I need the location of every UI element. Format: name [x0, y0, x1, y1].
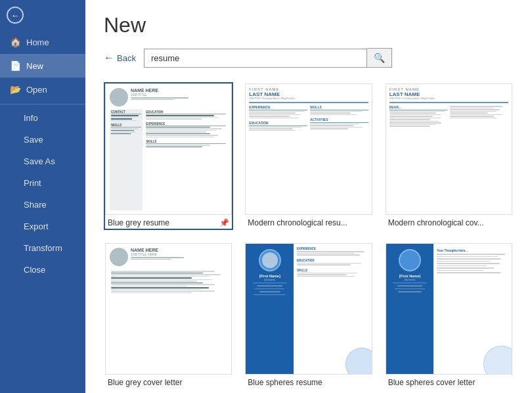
sidebar-share-label: Share [24, 200, 47, 210]
template-label-bsr: Blue spheres resume [245, 375, 372, 388]
template-thumb-bscl: [First Name] [Surname] Your Thoughts Her… [386, 243, 512, 375]
page-title: New [104, 13, 514, 37]
template-card-blue-grey-resume[interactable]: NAME HERE JOB TITLE CONTACT [104, 82, 233, 230]
sidebar-open-label: Open [26, 85, 47, 95]
sidebar-close-label: Close [24, 265, 45, 275]
resume-preview-bgcover: NAME HERE JOB TITLE HERE [106, 244, 231, 374]
sidebar-item-open[interactable]: 📂 Open [0, 78, 85, 101]
home-icon: 🏠 [9, 37, 21, 47]
resume-preview-mcr: FIRST NAME LAST NAME JOB TITLE • Company… [246, 84, 371, 214]
sphere-decoration-cover [399, 249, 421, 271]
template-thumb-mcr2: FIRST NAME LAST NAME JOB TITLE • Company… [386, 83, 512, 215]
pin-icon[interactable]: 📌 [219, 218, 229, 227]
sphere-decoration-big [259, 249, 281, 271]
template-thumb-mcr: FIRST NAME LAST NAME JOB TITLE • Company… [245, 83, 372, 215]
sidebar-top: ← [0, 0, 85, 28]
sidebar-save-as-label: Save As [24, 156, 55, 166]
sidebar-save-label: Save [24, 135, 43, 145]
resume-preview-mcr2: FIRST NAME LAST NAME JOB TITLE • Company… [386, 84, 512, 214]
sidebar-item-info[interactable]: Info [0, 107, 85, 129]
avatar-placeholder [110, 88, 128, 106]
search-button[interactable]: 🔍 [367, 48, 392, 68]
search-input[interactable] [144, 49, 367, 68]
sidebar-item-home[interactable]: 🏠 Home [0, 30, 85, 54]
sphere-decoration-cover-bottom [483, 346, 512, 374]
avatar-cover [110, 248, 128, 266]
sidebar-info-label: Info [24, 113, 38, 123]
back-circle-button[interactable]: ← [7, 7, 24, 24]
sidebar-export-label: Export [24, 221, 49, 231]
template-label-mcr: Modern chronological resu... [245, 215, 372, 229]
search-bar: ← Back 🔍 [104, 48, 514, 68]
sidebar-print-label: Print [24, 178, 41, 188]
sidebar-item-transform[interactable]: Transform [0, 237, 85, 259]
back-button[interactable]: ← Back [104, 52, 136, 64]
resume-preview-bscl: [First Name] [Surname] Your Thoughts Her… [386, 244, 512, 374]
template-card-blue-spheres-cover[interactable]: [First Name] [Surname] Your Thoughts Her… [384, 242, 514, 390]
template-card-blue-spheres-resume[interactable]: [First Name] [Surname] EXPERIENCE [244, 242, 373, 390]
sidebar-item-new[interactable]: 📄 New [0, 54, 85, 78]
resume-preview-bgr: NAME HERE JOB TITLE CONTACT [106, 84, 231, 214]
sphere-decoration-bottom [345, 348, 372, 374]
template-card-blue-grey-cover[interactable]: NAME HERE JOB TITLE HERE [104, 242, 233, 390]
template-label-mcr2: Modern chronological cov... [386, 215, 512, 229]
sidebar-item-close[interactable]: Close [0, 259, 85, 281]
search-icon: 🔍 [374, 53, 385, 63]
template-label-bscl: Blue spheres cover letter [386, 375, 512, 388]
template-thumb-blue-grey-resume: NAME HERE JOB TITLE CONTACT [105, 83, 232, 215]
sidebar-transform-label: Transform [24, 243, 62, 253]
sidebar-item-export[interactable]: Export [0, 216, 85, 237]
sidebar-item-print[interactable]: Print [0, 172, 85, 194]
template-thumb-bgcover: NAME HERE JOB TITLE HERE [105, 243, 232, 375]
template-label-blue-grey-resume: Blue grey resume 📌 [105, 215, 232, 229]
main-content: New ← Back 🔍 NAME HERE JOB TITLE [85, 0, 532, 393]
template-card-modern-chronological-cover[interactable]: FIRST NAME LAST NAME JOB TITLE • Company… [384, 82, 514, 230]
open-folder-icon: 📂 [9, 84, 21, 95]
back-circle-icon: ← [11, 11, 20, 20]
sidebar-home-label: Home [26, 37, 49, 47]
sidebar-item-share[interactable]: Share [0, 194, 85, 216]
back-arrow-icon: ← [104, 52, 114, 64]
resume-preview-bsr: [First Name] [Surname] EXPERIENCE [246, 244, 371, 374]
template-label-bgcover: Blue grey cover letter [105, 375, 232, 388]
sidebar-divider [0, 104, 85, 104]
sidebar-new-label: New [26, 61, 43, 71]
template-thumb-bsr: [First Name] [Surname] EXPERIENCE [245, 243, 372, 375]
new-document-icon: 📄 [9, 60, 21, 71]
sidebar-item-save[interactable]: Save [0, 129, 85, 150]
templates-grid: NAME HERE JOB TITLE CONTACT [104, 82, 514, 390]
template-card-modern-chronological-resume[interactable]: FIRST NAME LAST NAME JOB TITLE • Company… [244, 82, 373, 230]
sidebar: ← 🏠 Home 📄 New 📂 Open Info Save Save As … [0, 0, 85, 393]
back-label: Back [117, 53, 136, 63]
sidebar-nav: 🏠 Home 📄 New 📂 Open Info Save Save As Pr… [0, 30, 85, 281]
sidebar-item-save-as[interactable]: Save As [0, 150, 85, 172]
